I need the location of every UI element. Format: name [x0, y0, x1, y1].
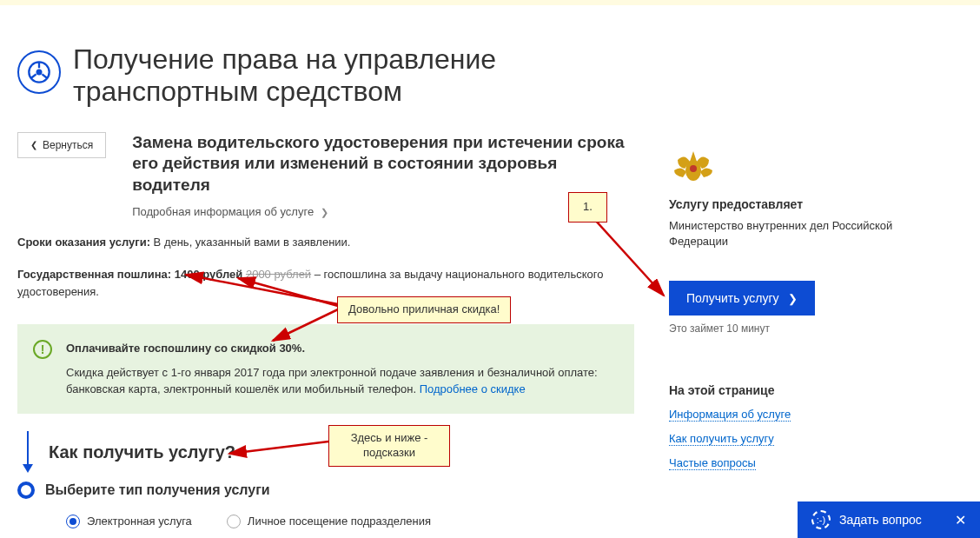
radio-personal-label: Личное посещение подразделения [248, 515, 431, 528]
page-title: Получение права на управление транспортн… [73, 43, 634, 108]
timing-row: Сроки оказания услуги: В день, указанный… [17, 234, 634, 251]
svg-point-5 [690, 165, 697, 172]
timing-label: Сроки оказания услуги: [17, 236, 150, 249]
top-stripe [0, 0, 980, 5]
arrow-down-icon [19, 431, 36, 473]
fee-label: Государственная пошлина: [17, 268, 171, 281]
radio-icon [227, 515, 241, 528]
steering-wheel-icon [17, 50, 61, 94]
ask-label: Задать вопрос [839, 513, 922, 527]
step-bullet [17, 482, 35, 499]
close-icon[interactable]: ✕ [955, 512, 966, 528]
back-button-label: Вернуться [43, 139, 93, 151]
chat-face-icon: :-) [811, 510, 831, 529]
coat-of-arms-icon [669, 148, 895, 185]
chevron-right-icon: ❯ [321, 207, 328, 217]
back-button[interactable]: ❮ Вернуться [17, 132, 106, 158]
details-link[interactable]: Подробная информация об услуге ❯ [132, 205, 328, 218]
onpage-link-faq[interactable]: Частые вопросы [669, 456, 756, 470]
provider-name: Министерство внутренних дел Российской Ф… [669, 218, 895, 249]
chevron-right-icon: ❯ [788, 292, 798, 305]
fee-row: Государственная пошлина: 1400 рублей 200… [17, 266, 634, 300]
fee-price: 1400 рублей [175, 268, 243, 281]
discount-panel: ! Оплачивайте госпошлину со скидкой 30%.… [17, 324, 634, 414]
annotation-hints: Здесь и ниже - подсказки [328, 425, 450, 467]
onpage-link-how[interactable]: Как получить услугу [669, 432, 774, 446]
step1-title: Выберите тип получения услуги [45, 482, 270, 498]
get-service-button[interactable]: Получить услугу ❯ [669, 281, 815, 315]
radio-icon [66, 515, 80, 528]
radio-electronic[interactable]: Электронная услуга [66, 515, 192, 528]
radio-electronic-label: Электронная услуга [87, 515, 192, 528]
discount-title: Оплачивайте госпошлину со скидкой 30%. [66, 340, 619, 357]
timing-value: В день, указанный вами в заявлении. [154, 236, 351, 249]
discount-more-link[interactable]: Подробнее о скидке [420, 382, 526, 395]
cta-label: Получить услугу [686, 291, 779, 305]
service-subtitle: Замена водительского удостоверения при и… [132, 132, 634, 196]
svg-point-1 [36, 70, 43, 76]
onpage-heading: На этой странице [669, 383, 895, 397]
ask-question-bar[interactable]: :-) Задать вопрос ✕ [798, 501, 980, 538]
exclamation-icon: ! [33, 340, 52, 359]
annotation-step-1: 1. [568, 192, 607, 223]
provider-label: Услугу предоставляет [669, 197, 895, 211]
radio-personal[interactable]: Личное посещение подразделения [227, 515, 431, 528]
fee-old-price: 2000 рублей [246, 268, 311, 281]
onpage-link-info[interactable]: Информация об услуге [669, 408, 791, 422]
eta-text: Это займет 10 минут [669, 322, 895, 335]
annotation-discount: Довольно приличная скидка! [337, 296, 511, 323]
svg-marker-3 [23, 464, 33, 473]
chevron-left-icon: ❮ [30, 140, 37, 149]
